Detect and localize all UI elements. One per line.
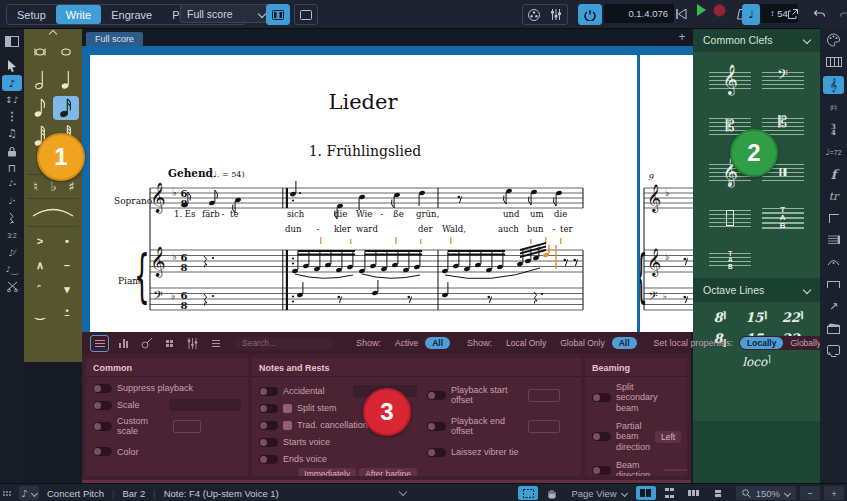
clef-bass-button[interactable]: 𝄢 bbox=[760, 62, 807, 98]
toggle-partial-beam-direction[interactable] bbox=[592, 432, 611, 441]
properties-tab-icon[interactable] bbox=[90, 335, 109, 352]
mixer-tab-icon[interactable] bbox=[115, 336, 132, 351]
hand-tool-button[interactable] bbox=[542, 486, 562, 500]
key-signature-flat[interactable]: ♭ bbox=[172, 187, 177, 198]
unstress-button[interactable]: ‿ bbox=[27, 302, 53, 324]
duration-eighth[interactable] bbox=[27, 96, 53, 120]
score-title[interactable]: Lieder bbox=[329, 90, 399, 114]
key-signature-flat[interactable]: ♭ bbox=[172, 251, 177, 262]
grace-note-icon[interactable]: ♪▪ bbox=[0, 175, 24, 193]
repeat-endings-icon[interactable] bbox=[820, 274, 847, 294]
natural-button[interactable]: ♮ bbox=[27, 176, 44, 196]
playback-end-offset-input[interactable] bbox=[528, 420, 560, 433]
chord-tool-icon[interactable]: ⋮ bbox=[0, 107, 24, 125]
redo-icon[interactable] bbox=[836, 4, 847, 23]
voices-tool-icon[interactable]: ♫ bbox=[0, 124, 24, 142]
view-mode-select[interactable]: Page View bbox=[566, 486, 631, 500]
lines-icon[interactable]: ↗ bbox=[820, 296, 847, 316]
search-input[interactable] bbox=[234, 337, 334, 350]
lock-duration-icon[interactable] bbox=[0, 142, 24, 160]
octave-8va-button[interactable]: 8⌉ bbox=[703, 310, 737, 325]
add-tab-button[interactable]: + bbox=[675, 30, 689, 44]
toggle-trad-cancellation[interactable] bbox=[259, 421, 278, 430]
ornaments-icon[interactable]: tr bbox=[820, 186, 847, 206]
layout-select[interactable]: Full score bbox=[180, 4, 272, 23]
bass-clef[interactable]: 𝄢 bbox=[153, 288, 163, 306]
beam-direction-button[interactable] bbox=[664, 469, 687, 471]
tempo-panel-icon[interactable]: ♩=72 bbox=[820, 142, 847, 162]
ends-voice-immediately-button[interactable]: Immediately bbox=[298, 468, 356, 476]
split-stem-checkbox[interactable] bbox=[283, 404, 292, 413]
marquee-tool-button[interactable] bbox=[518, 486, 538, 500]
toggle-accidental[interactable] bbox=[259, 387, 278, 396]
mode-setup[interactable]: Setup bbox=[7, 5, 56, 24]
dotted-note-icon[interactable]: ♩· bbox=[0, 192, 24, 210]
octave-22ma-button[interactable]: 22⌉ bbox=[776, 310, 810, 325]
grid-tab-icon[interactable] bbox=[161, 336, 178, 351]
grace-slash-icon[interactable]: ♪∕ bbox=[0, 244, 24, 262]
tenuto-button[interactable]: – bbox=[54, 254, 80, 276]
rhythmic-grid-select[interactable]: ♪ bbox=[19, 486, 39, 500]
comments-icon[interactable] bbox=[820, 340, 847, 360]
treble-clef[interactable]: 𝄞 bbox=[150, 246, 165, 278]
play-button[interactable] bbox=[697, 4, 706, 16]
partial-beam-left-button[interactable]: Left bbox=[655, 431, 681, 443]
note-input-tool[interactable]: ♪ bbox=[2, 75, 22, 91]
horizontal-strip-button[interactable] bbox=[684, 486, 704, 500]
score-page-2[interactable]: 9 𝄞 ♭ { 𝄞 ♭ 𝄢 ♭ bbox=[640, 55, 693, 332]
show-all-option[interactable]: All bbox=[425, 337, 450, 349]
duration-quarter[interactable] bbox=[53, 68, 79, 92]
duration-whole[interactable] bbox=[53, 40, 79, 64]
staccatissimo-button[interactable]: ▾ bbox=[54, 278, 80, 300]
music-notation[interactable]: 9 𝄞 ♭ { 𝄞 ♭ 𝄢 ♭ bbox=[640, 55, 693, 332]
piano-bass-staff[interactable]: 𝄢 ♭ 6 8 bbox=[150, 280, 583, 311]
clef-tab-large-button[interactable]: TAB bbox=[760, 200, 807, 236]
concert-pitch-label[interactable]: Concert Pitch bbox=[47, 488, 104, 499]
toggle-split-stem[interactable] bbox=[259, 404, 278, 413]
treble-clef[interactable]: 𝄞 bbox=[150, 182, 165, 214]
time-signatures-icon[interactable]: 34 bbox=[820, 120, 847, 140]
scope-all-option[interactable]: All bbox=[612, 337, 637, 349]
show-active-option[interactable]: Active bbox=[388, 337, 425, 349]
dynamics-icon[interactable]: f bbox=[820, 164, 847, 184]
selected-note[interactable] bbox=[542, 245, 556, 269]
undo-icon[interactable] bbox=[810, 4, 828, 23]
rewind-to-start-icon[interactable] bbox=[672, 4, 690, 23]
list-options-icon[interactable] bbox=[207, 336, 224, 351]
slur-button[interactable] bbox=[27, 202, 79, 224]
octave-15ma-button[interactable]: 15⌉ bbox=[739, 310, 773, 325]
soprano-staff-label[interactable]: Soprano bbox=[114, 196, 152, 206]
instrument-tab-icon[interactable] bbox=[138, 336, 155, 351]
playing-techniques-icon[interactable] bbox=[820, 318, 847, 338]
record-button[interactable] bbox=[713, 4, 726, 17]
filters-tab-icon[interactable] bbox=[184, 336, 201, 351]
duration-half[interactable] bbox=[27, 68, 53, 92]
export-icon[interactable] bbox=[784, 4, 802, 23]
spread-view-button[interactable] bbox=[636, 486, 656, 500]
music-notation[interactable]: Lieder 1. Frühlingslied Gehend (♩. = 54)… bbox=[90, 55, 637, 332]
toggle-color[interactable] bbox=[93, 447, 112, 456]
common-clefs-header[interactable]: Common Clefs bbox=[693, 28, 820, 52]
toggle-left-panel-icon[interactable] bbox=[0, 32, 24, 50]
tempo-note-button[interactable]: ♩ bbox=[742, 4, 760, 25]
movement-title[interactable]: 1. Frühlingslied bbox=[309, 143, 422, 159]
toggle-suppress-playback[interactable] bbox=[93, 384, 112, 393]
duration-sixteenth[interactable] bbox=[53, 96, 79, 120]
grid-view-button[interactable] bbox=[660, 486, 680, 500]
barlines-icon[interactable] bbox=[820, 230, 847, 250]
loco-button[interactable]: loco⌉ bbox=[693, 350, 820, 373]
staccato-button[interactable]: • bbox=[54, 230, 80, 252]
rest-icon[interactable] bbox=[0, 209, 24, 227]
brackets-icon[interactable] bbox=[820, 208, 847, 228]
toggle-ends-voice[interactable] bbox=[259, 455, 278, 464]
zoom-in-button[interactable]: + bbox=[824, 486, 844, 500]
clef-tab-small-button[interactable]: TAB bbox=[707, 246, 754, 272]
select-tool-icon[interactable] bbox=[0, 57, 24, 75]
toggle-starts-voice[interactable] bbox=[259, 438, 278, 447]
tuplet-icon[interactable]: 3:2 bbox=[0, 227, 24, 245]
key-signature-flat[interactable]: ♭ bbox=[171, 291, 175, 301]
playback-start-offset-input[interactable] bbox=[528, 389, 560, 402]
local-only-option[interactable]: Local Only bbox=[499, 337, 553, 349]
panels-layout-button[interactable] bbox=[266, 4, 290, 25]
zoom-select[interactable]: 150% bbox=[736, 486, 796, 500]
